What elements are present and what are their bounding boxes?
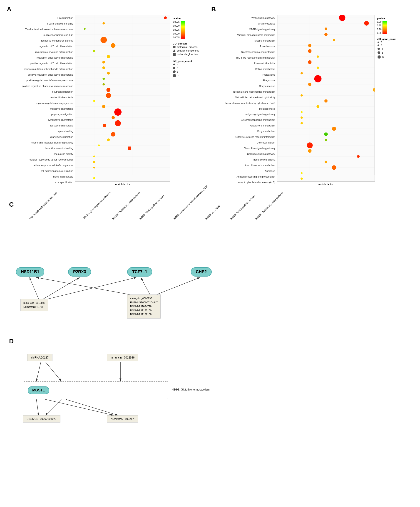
source-d-bottom-2-text: NONMMUT109267 xyxy=(111,417,134,421)
y-label: positive regulation of lymphocyte differ… xyxy=(7,68,73,70)
legend-b-count-4: 4 xyxy=(377,47,409,50)
y-label: positive regulation of leukocyte chemota… xyxy=(7,73,73,76)
y-label: negative regulation of angiogenesis xyxy=(7,102,73,105)
kegg-label: KEGG: Glutathione metabolism xyxy=(171,388,209,391)
panel-b-plot: 2 4 6 8 xyxy=(277,15,375,182)
source-1-line1: mmu_circ_0015035 xyxy=(23,301,45,305)
b-pvalue-mid1: 0.15 xyxy=(377,24,381,27)
gene-mgst1: MGST1 xyxy=(28,387,49,394)
y-label: Tyrosine metabolism xyxy=(211,39,275,42)
panel-c-network: GO: Rough endoplasmic reticulum GO: Roug… xyxy=(9,213,327,326)
dot-b-24 xyxy=(308,149,312,153)
panel-d: D cicRNA.20127 mmu_circ_0012936 GSTM1 GS… xyxy=(5,335,415,438)
dot-b-14 xyxy=(300,94,303,97)
source-d-top-2: mmu_circ_0012936 xyxy=(107,354,138,361)
y-label: Hedgehog signaling pathway xyxy=(211,113,275,116)
dot-b-17 xyxy=(301,111,303,113)
svg-marker-40 xyxy=(173,49,176,52)
source-d-bottom-2: NONMMUT109267 xyxy=(107,415,138,422)
panel-a: A T cell migration T cell mediated immun… xyxy=(5,5,209,192)
source-box-2: mmu_circ_0000233 ENSMUST00000204847 NONM… xyxy=(127,295,161,318)
y-label: positive regulation of T cell differenti… xyxy=(7,62,73,65)
dot-a-19 xyxy=(115,120,121,126)
dot-a-7 xyxy=(107,55,110,58)
y-label: axis specification xyxy=(7,181,73,184)
dot-b-15 xyxy=(324,99,327,103)
dot-b-23 xyxy=(307,142,313,148)
gene-hsd11b1: HSD11B1 xyxy=(16,267,44,276)
y-label: Chemokine signaling pathway xyxy=(211,147,275,150)
y-label: Wnt signaling pathway xyxy=(211,17,275,20)
y-label: chemokine activity xyxy=(7,153,73,155)
panel-a-label: A xyxy=(7,6,11,13)
y-label: RIG-I-like receptor signaling pathway xyxy=(211,56,275,59)
svg-line-97 xyxy=(45,362,61,381)
count-6-label: 6 xyxy=(177,70,178,73)
dot-a-29 xyxy=(93,177,95,179)
y-label: rough endoplasmic reticulum xyxy=(7,34,73,36)
dot-b-6 xyxy=(308,49,312,53)
panel-b-label: B xyxy=(211,6,216,13)
legend-diff-gene-title: diff_gene_count xyxy=(173,60,204,63)
dot-b-19 xyxy=(300,122,303,124)
dot-a-14 xyxy=(106,93,111,98)
dot-b-20 xyxy=(332,127,336,131)
svg-point-85 xyxy=(377,48,380,50)
y-label: Metabolism of xenobiotics by cytochrome … xyxy=(211,102,275,105)
dot-b-29 xyxy=(300,177,303,180)
pvalue-gradient xyxy=(181,21,185,39)
panel-d-network: cicRNA.20127 mmu_circ_0012936 GSTM1 GSTM… xyxy=(9,349,214,436)
dot-b-5 xyxy=(308,44,311,47)
b-count-4-label: 4 xyxy=(381,48,383,50)
y-label: T cell activation involved in immune res… xyxy=(7,28,73,31)
count-5-label: 5 xyxy=(177,67,178,70)
source-d-top-1-text: cicRNA.20127 xyxy=(31,356,49,359)
dot-a-26 xyxy=(93,161,95,163)
y-label: monocyte chemotaxis xyxy=(7,107,73,110)
dot-a-23 xyxy=(98,144,100,146)
y-label: Glycerophospholipid metabolism xyxy=(211,119,275,121)
b-pvalue-max: 0.20 xyxy=(377,21,381,23)
dot-a-22 xyxy=(107,139,110,141)
y-label: neutrophil chemotaxis xyxy=(7,96,73,99)
dot-b-3 xyxy=(324,33,327,36)
dot-b-16 xyxy=(316,105,319,108)
dot-b-22 xyxy=(325,139,327,141)
y-label: lymphocyte chemotaxis xyxy=(7,119,73,121)
y-label: Apoptosis xyxy=(211,170,275,173)
svg-point-45 xyxy=(173,74,176,77)
y-label: blood microparticle xyxy=(7,175,73,178)
panel-b: B Wnt signaling pathway Viral myocarditi… xyxy=(209,5,413,192)
kegg-dashed-box: GSTM1 GSTM2 MGST1 xyxy=(23,381,168,399)
dot-a-6 xyxy=(93,50,95,52)
pvalue-min: 0.0005 xyxy=(173,36,180,39)
legend-b-pvalue-title: pvalue xyxy=(377,17,409,20)
y-label: regulation of T cell differentiation xyxy=(7,45,73,48)
y-label: granulocyte migration xyxy=(7,135,73,139)
bio-process-label: biological_process xyxy=(177,46,198,48)
y-label: regulation of leukocyte chemotaxis xyxy=(7,56,73,59)
y-label: Calcium signaling pathway xyxy=(211,153,275,155)
dot-a-25 xyxy=(93,155,95,157)
dot-b-0 xyxy=(339,15,345,21)
dot-a-16 xyxy=(102,105,105,108)
legend-pvalue-title: pvalue xyxy=(173,17,204,20)
y-label: T cell migration xyxy=(7,17,73,20)
dot-a-27 xyxy=(93,167,95,169)
dot-b-11 xyxy=(314,75,321,82)
svg-point-42 xyxy=(173,63,175,65)
panel-d-label: D xyxy=(9,338,411,345)
square-a-20 xyxy=(103,124,106,127)
dot-a-15 xyxy=(93,100,95,102)
panel-c-label: C xyxy=(9,201,411,208)
dot-b-25 xyxy=(357,155,360,158)
pvalue-mid2: 0.0015 xyxy=(173,28,180,31)
legend-b-count-3: 3 xyxy=(377,44,409,47)
pvalue-mid1: 0.0020 xyxy=(173,25,180,27)
svg-line-102 xyxy=(66,399,118,415)
y-label: VEGF signaling pathway xyxy=(211,28,275,31)
dot-b-12 xyxy=(308,83,311,86)
dot-b-28 xyxy=(301,172,303,174)
y-label: Antigen processing and presentation xyxy=(211,175,275,178)
svg-line-92 xyxy=(157,277,200,295)
